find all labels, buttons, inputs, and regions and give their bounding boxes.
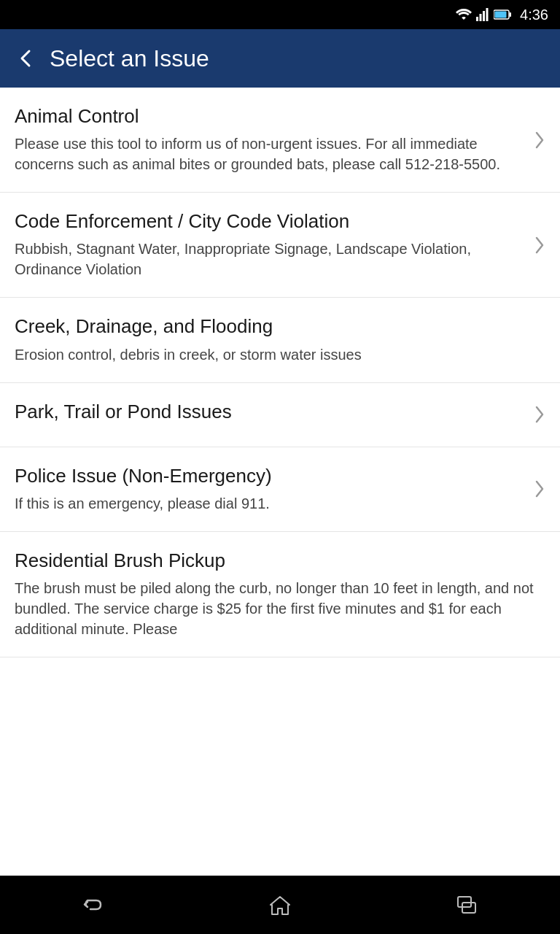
status-time: 4:36: [520, 7, 548, 23]
list-item-content-police-issue: Police Issue (Non-Emergency)If this is a…: [15, 465, 534, 514]
nav-back-button[interactable]: [64, 887, 122, 923]
list-item-title-park-trail: Park, Trail or Pond Issues: [15, 401, 522, 423]
signal-icon: [476, 8, 489, 21]
app-header: Select an Issue: [0, 29, 560, 88]
list-item-code-enforcement[interactable]: Code Enforcement / City Code ViolationRu…: [0, 193, 560, 298]
status-bar: 4:36: [0, 0, 560, 29]
battery-icon: [494, 9, 511, 20]
nav-home-button[interactable]: [251, 887, 309, 923]
list-item-title-creek-drainage: Creek, Drainage, and Flooding: [15, 315, 534, 338]
chevron-icon-code-enforcement: [534, 235, 545, 255]
chevron-icon-park-trail: [534, 404, 545, 425]
nav-recent-button[interactable]: [438, 887, 496, 923]
list-item-content-park-trail: Park, Trail or Pond Issues: [15, 401, 534, 429]
list-item-subtitle-police-issue: If this is an emergency, please dial 911…: [15, 493, 522, 514]
list-item-subtitle-animal-control: Please use this tool to inform us of non…: [15, 134, 522, 174]
list-item-title-animal-control: Animal Control: [15, 105, 522, 128]
list-item-creek-drainage[interactable]: Creek, Drainage, and FloodingErosion con…: [0, 298, 560, 382]
list-item-content-code-enforcement: Code Enforcement / City Code ViolationRu…: [15, 210, 534, 279]
page-title: Select an Issue: [50, 45, 209, 72]
chevron-icon-animal-control: [534, 130, 545, 150]
svg-rect-6: [495, 12, 507, 18]
list-item-content-residential-brush: Residential Brush PickupThe brush must b…: [15, 549, 545, 639]
list-item-police-issue[interactable]: Police Issue (Non-Emergency)If this is a…: [0, 447, 560, 532]
list-item-title-code-enforcement: Code Enforcement / City Code Violation: [15, 210, 522, 233]
back-button[interactable]: [15, 47, 38, 70]
svg-rect-5: [510, 12, 512, 17]
svg-rect-1: [480, 14, 482, 21]
list-item-park-trail[interactable]: Park, Trail or Pond Issues: [0, 383, 560, 447]
list-item-content-creek-drainage: Creek, Drainage, and FloodingErosion con…: [15, 315, 545, 364]
list-item-animal-control[interactable]: Animal ControlPlease use this tool to in…: [0, 88, 560, 193]
bottom-navigation: [0, 876, 560, 934]
list-item-content-animal-control: Animal ControlPlease use this tool to in…: [15, 105, 534, 174]
svg-rect-2: [483, 11, 485, 21]
status-icons: 4:36: [456, 7, 548, 23]
svg-rect-0: [476, 17, 478, 21]
list-item-residential-brush[interactable]: Residential Brush PickupThe brush must b…: [0, 532, 560, 657]
list-item-title-police-issue: Police Issue (Non-Emergency): [15, 465, 522, 487]
issues-list: Animal ControlPlease use this tool to in…: [0, 88, 560, 876]
list-item-subtitle-residential-brush: The brush must be piled along the curb, …: [15, 578, 534, 639]
list-item-subtitle-creek-drainage: Erosion control, debris in creek, or sto…: [15, 344, 534, 365]
svg-rect-3: [486, 8, 489, 21]
wifi-icon: [456, 8, 472, 21]
list-item-title-residential-brush: Residential Brush Pickup: [15, 549, 534, 572]
chevron-icon-police-issue: [534, 479, 545, 499]
list-item-subtitle-code-enforcement: Rubbish, Stagnant Water, Inappropriate S…: [15, 239, 522, 279]
